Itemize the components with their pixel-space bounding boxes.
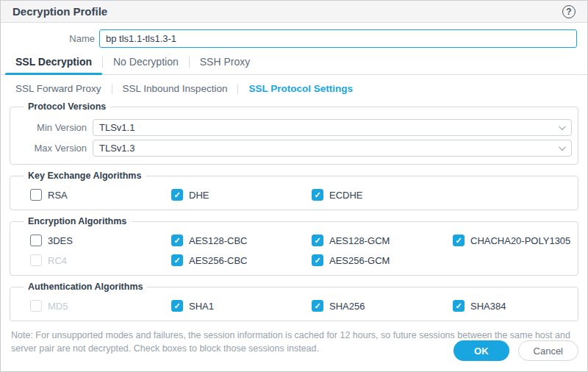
check-icon: ✓ <box>455 302 462 310</box>
checkbox-box: ✓ <box>171 235 183 246</box>
main-tabs: SSL Decryption No Decryption SSH Proxy <box>1 54 587 75</box>
checkbox-label: SHA384 <box>470 301 506 312</box>
checkbox-box: ✓ <box>30 300 42 312</box>
decryption-profile-dialog: Decryption Profile ? Name SSL Decryption… <box>0 0 588 372</box>
subtab-label: SSL Forward Proxy <box>15 83 101 94</box>
ok-button[interactable]: OK <box>453 340 509 361</box>
dialog-titlebar: Decryption Profile ? <box>1 1 587 23</box>
checkbox-sha384[interactable]: ✓ SHA384 <box>453 298 572 313</box>
protocol-versions-legend: Protocol Versions <box>24 101 110 112</box>
checkbox-box: ✓ <box>171 254 183 266</box>
checkbox-box: ✓ <box>30 189 42 201</box>
subtab-label: SSL Inbound Inspection <box>123 83 228 94</box>
checkbox-label: AES256-CBC <box>189 255 247 266</box>
check-icon: ✓ <box>173 257 180 265</box>
checkbox-label: RC4 <box>48 255 67 266</box>
tab-ssl-decryption[interactable]: SSL Decryption <box>5 54 102 74</box>
chevron-down-icon <box>559 123 566 130</box>
check-icon: ✓ <box>314 257 320 265</box>
tab-label: No Decryption <box>113 56 179 68</box>
checkbox-label: MD5 <box>48 301 68 312</box>
checkbox-box: ✓ <box>171 300 183 312</box>
chevron-down-icon <box>559 143 566 151</box>
max-version-row: Max Version TLSv1.3 <box>22 140 572 157</box>
authentication-legend: Authentication Algorithms <box>24 282 147 292</box>
checkbox-box: ✓ <box>312 235 323 246</box>
checkbox-box: ✓ <box>453 300 465 312</box>
check-icon: ✓ <box>173 191 180 199</box>
dialog-footer: OK Cancel <box>453 340 578 361</box>
key-exchange-grid: ✓ RSA ✓ DHE ✓ ECDHE <box>22 187 572 202</box>
min-version-select[interactable]: TLSv1.1 <box>93 119 572 136</box>
checkbox-label: 3DES <box>48 235 73 246</box>
subtab-ssl-forward-proxy[interactable]: SSL Forward Proxy <box>15 82 112 96</box>
help-icon[interactable]: ? <box>562 5 576 18</box>
subtab-ssl-inbound-inspection[interactable]: SSL Inbound Inspection <box>112 82 238 96</box>
check-icon: ✓ <box>455 237 462 245</box>
checkbox-rc4[interactable]: ✓ RC4 <box>30 253 171 268</box>
checkbox-label: AES128-CBC <box>189 235 247 246</box>
checkbox-label: AES256-GCM <box>329 255 390 266</box>
check-icon: ✓ <box>314 302 320 310</box>
check-icon: ✓ <box>314 191 320 199</box>
checkbox-aes128-cbc[interactable]: ✓ AES128-CBC <box>171 233 312 248</box>
encryption-group: Encryption Algorithms ✓ 3DES ✓ AES128-CB… <box>10 216 578 276</box>
checkbox-box: ✓ <box>30 254 42 266</box>
dialog-title: Decryption Profile <box>12 5 107 18</box>
checkbox-label: CHACHA20-POLY1305 <box>470 235 570 246</box>
tab-label: SSL Decryption <box>15 56 92 68</box>
authentication-group: Authentication Algorithms ✓ MD5 ✓ SHA1 ✓… <box>10 282 578 321</box>
subtab-ssl-protocol-settings[interactable]: SSL Protocol Settings <box>238 82 363 96</box>
key-exchange-legend: Key Exchange Algorithms <box>24 171 146 181</box>
min-version-row: Min Version TLSv1.1 <box>22 119 572 136</box>
checkbox-box: ✓ <box>453 235 465 246</box>
protocol-versions-group: Protocol Versions Min Version TLSv1.1 Ma… <box>10 101 578 165</box>
name-input[interactable] <box>99 29 577 48</box>
checkbox-label: ECDHE <box>329 190 363 201</box>
checkbox-dhe[interactable]: ✓ DHE <box>171 187 312 202</box>
checkbox-label: DHE <box>189 190 209 201</box>
checkbox-label: SHA256 <box>329 301 365 312</box>
checkbox-aes256-gcm[interactable]: ✓ AES256-GCM <box>312 253 453 268</box>
checkbox-box: ✓ <box>312 254 323 266</box>
checkbox-label: AES128-GCM <box>329 235 390 246</box>
key-exchange-group: Key Exchange Algorithms ✓ RSA ✓ DHE ✓ EC… <box>10 171 578 210</box>
checkbox-3des[interactable]: ✓ 3DES <box>30 233 171 248</box>
checkbox-md5[interactable]: ✓ MD5 <box>30 298 171 313</box>
checkbox-label: SHA1 <box>189 301 214 312</box>
max-version-label: Max Version <box>22 143 93 154</box>
checkbox-box: ✓ <box>312 300 323 312</box>
check-icon: ✓ <box>173 302 180 310</box>
checkbox-rsa[interactable]: ✓ RSA <box>30 187 171 202</box>
check-icon: ✓ <box>173 237 180 245</box>
cancel-button[interactable]: Cancel <box>518 340 578 361</box>
ssl-decryption-subtabs: SSL Forward Proxy SSL Inbound Inspection… <box>1 82 587 96</box>
checkbox-label: RSA <box>48 190 68 201</box>
name-label: Name <box>1 33 99 44</box>
encryption-legend: Encryption Algorithms <box>24 216 131 226</box>
checkbox-sha1[interactable]: ✓ SHA1 <box>171 298 312 313</box>
checkbox-box: ✓ <box>312 189 323 201</box>
tab-no-decryption[interactable]: No Decryption <box>103 54 189 74</box>
checkbox-chacha20-poly1305[interactable]: ✓ CHACHA20-POLY1305 <box>453 233 572 248</box>
checkbox-box: ✓ <box>30 235 42 246</box>
max-version-select[interactable]: TLSv1.3 <box>93 140 572 157</box>
tab-ssh-proxy[interactable]: SSH Proxy <box>190 54 260 74</box>
max-version-value: TLSv1.3 <box>99 143 135 154</box>
name-row: Name <box>1 29 587 48</box>
checkbox-sha256[interactable]: ✓ SHA256 <box>312 298 453 313</box>
authentication-grid: ✓ MD5 ✓ SHA1 ✓ SHA256 ✓ SHA384 <box>22 298 572 313</box>
min-version-value: TLSv1.1 <box>99 122 135 133</box>
tab-label: SSH Proxy <box>200 56 250 68</box>
min-version-label: Min Version <box>22 122 93 133</box>
checkbox-aes128-gcm[interactable]: ✓ AES128-GCM <box>312 233 453 248</box>
checkbox-aes256-cbc[interactable]: ✓ AES256-CBC <box>171 253 312 268</box>
encryption-grid: ✓ 3DES ✓ AES128-CBC ✓ AES128-GCM ✓ CHACH… <box>22 233 572 268</box>
subtab-label: SSL Protocol Settings <box>248 83 353 94</box>
checkbox-ecdhe[interactable]: ✓ ECDHE <box>312 187 453 202</box>
check-icon: ✓ <box>314 237 320 245</box>
checkbox-box: ✓ <box>171 189 183 201</box>
